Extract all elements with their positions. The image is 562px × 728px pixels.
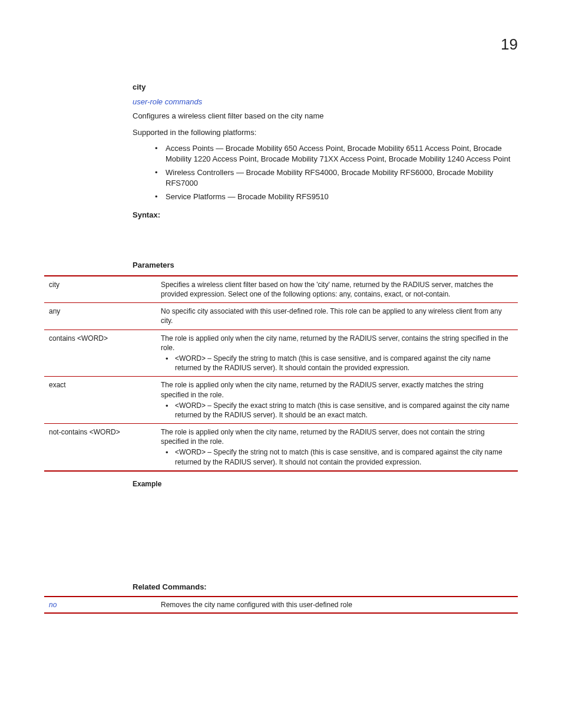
param-text: The role is applied only when the city n…: [161, 428, 485, 446]
parameters-table: city Specifies a wireless client filter …: [44, 275, 518, 472]
list-item: <WORD> – Specify the string to match (th…: [161, 354, 513, 373]
page-content: city user-role commands Configures a wir…: [133, 83, 518, 614]
param-text: The role is applied only when the city n…: [161, 334, 508, 352]
supported-platforms-list: Access Points — Brocade Mobility 650 Acc…: [155, 143, 518, 202]
param-key: city: [44, 276, 156, 303]
table-row: not-contains <WORD> The role is applied …: [44, 424, 518, 471]
param-desc: Specifies a wireless client filter based…: [156, 276, 518, 303]
table-row: contains <WORD> The role is applied only…: [44, 330, 518, 377]
param-text: The role is applied only when the city n…: [161, 381, 484, 398]
list-item: Wireless Controllers — Brocade Mobility …: [155, 167, 518, 188]
list-item: <WORD> – Specify the string not to match…: [161, 447, 513, 466]
user-role-commands-link[interactable]: user-role commands: [133, 97, 518, 106]
no-command-link[interactable]: no: [49, 601, 57, 609]
param-sublist: <WORD> – Specify the exact string to mat…: [161, 401, 513, 420]
list-item: Service Platforms — Brocade Mobility RFS…: [155, 192, 518, 202]
parameters-heading: Parameters: [133, 261, 518, 269]
related-key: no: [44, 597, 156, 613]
table-row: no Removes the city name configured with…: [44, 597, 518, 613]
table-row: city Specifies a wireless client filter …: [44, 276, 518, 303]
table-row: exact The role is applied only when the …: [44, 377, 518, 424]
param-sublist: <WORD> – Specify the string not to match…: [161, 447, 513, 466]
param-desc: No specific city associated with this us…: [156, 303, 518, 330]
param-key: contains <WORD>: [44, 330, 156, 377]
param-key: any: [44, 303, 156, 330]
param-desc: The role is applied only when the city n…: [156, 330, 518, 377]
related-desc: Removes the city name configured with th…: [156, 597, 518, 613]
command-name: city: [133, 83, 518, 91]
param-sublist: <WORD> – Specify the string to match (th…: [161, 354, 513, 373]
table-row: any No specific city associated with thi…: [44, 303, 518, 330]
syntax-heading: Syntax:: [133, 210, 518, 219]
related-commands-table: no Removes the city name configured with…: [44, 596, 518, 614]
related-commands-heading: Related Commands:: [133, 582, 518, 591]
param-key: exact: [44, 377, 156, 424]
command-description: Configures a wireless client filter base…: [133, 111, 518, 121]
supported-label: Supported in the following platforms:: [133, 127, 518, 138]
param-desc: The role is applied only when the city n…: [156, 424, 518, 471]
list-item: Access Points — Brocade Mobility 650 Acc…: [155, 143, 518, 164]
page-number: 19: [501, 35, 518, 54]
list-item: <WORD> – Specify the exact string to mat…: [161, 401, 513, 420]
param-desc: The role is applied only when the city n…: [156, 377, 518, 424]
param-key: not-contains <WORD>: [44, 424, 156, 471]
example-heading: Example: [133, 480, 518, 488]
